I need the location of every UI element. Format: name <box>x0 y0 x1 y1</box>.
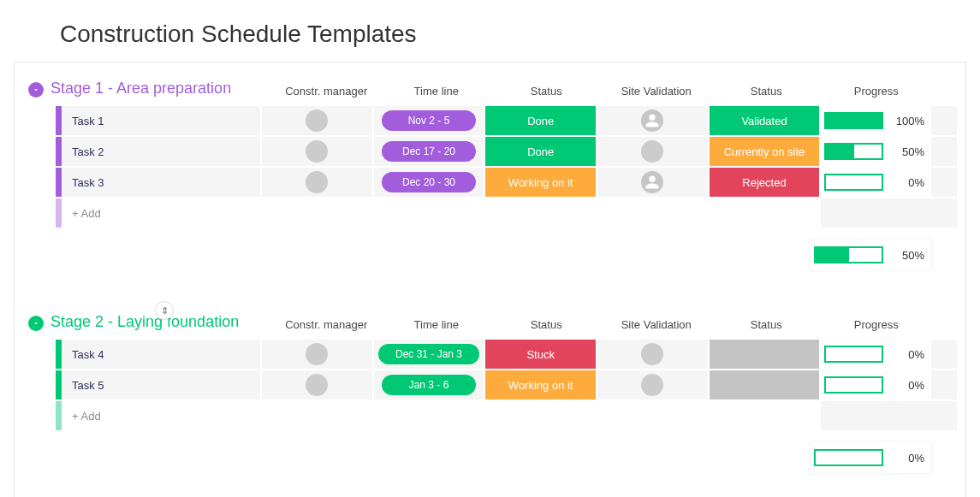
timeline-pill[interactable]: Dec 31 - Jan 3 <box>378 344 479 364</box>
task-name[interactable]: Task 5 <box>62 370 260 399</box>
avatar[interactable] <box>641 343 663 365</box>
status-badge[interactable]: Stuck <box>485 340 596 369</box>
table-row[interactable]: Task 4 Dec 31 - Jan 3 Stuck 0% <box>56 340 957 369</box>
drag-handle-icon[interactable]: ⇕ <box>155 301 174 320</box>
table-row[interactable]: Task 1 Nov 2 - 5 Done Validated 100% <box>56 106 957 135</box>
column-header-site-validation[interactable]: Site Validation <box>602 318 712 331</box>
task-name[interactable]: Task 4 <box>62 340 260 369</box>
column-header-status[interactable]: Status <box>491 318 602 331</box>
cell-manager[interactable] <box>260 137 372 166</box>
avatar[interactable] <box>641 374 663 396</box>
group: Stage 1 - Area preparation Constr. manag… <box>15 80 965 270</box>
timeline-pill[interactable]: Dec 20 - 30 <box>382 172 476 192</box>
cell-site-validation[interactable] <box>596 168 708 197</box>
timeline-pill[interactable]: Jan 3 - 6 <box>382 375 476 395</box>
progress-value: 100% <box>890 115 924 127</box>
column-header-manager[interactable]: Constr. manager <box>271 318 382 331</box>
row-accent <box>56 137 62 166</box>
progress-bar[interactable] <box>824 376 883 393</box>
timeline-pill[interactable]: Nov 2 - 5 <box>382 110 476 131</box>
cell-status[interactable]: Done <box>484 106 596 135</box>
cell-status2[interactable]: Currently on site <box>708 137 820 166</box>
status-badge[interactable] <box>710 370 820 399</box>
cell-timeline[interactable]: Nov 2 - 5 <box>372 106 484 135</box>
table-row[interactable]: Task 3 Dec 20 - 30 Working on it Rejecte… <box>56 168 957 197</box>
person-icon[interactable] <box>641 171 663 193</box>
cell-progress[interactable]: 50% <box>819 137 931 166</box>
cell-progress[interactable]: 0% <box>819 168 931 197</box>
cell-status[interactable]: Done <box>484 137 596 166</box>
column-header-status2[interactable]: Status <box>711 318 822 331</box>
progress-value: 0% <box>890 452 924 464</box>
column-header-progress[interactable]: Progress <box>822 318 932 331</box>
column-header-timeline[interactable]: Time line <box>382 85 492 98</box>
progress-bar[interactable] <box>824 143 883 160</box>
cell-progress[interactable]: 100% <box>819 106 931 135</box>
status-badge[interactable]: Working on it <box>485 168 596 197</box>
add-row[interactable]: + Add <box>56 401 957 430</box>
status-badge[interactable]: Rejected <box>710 168 820 197</box>
avatar[interactable] <box>306 140 328 163</box>
cell-site-validation[interactable] <box>596 340 708 369</box>
column-header-status[interactable]: Status <box>491 85 602 98</box>
collapse-icon[interactable] <box>28 316 44 331</box>
cell-progress[interactable]: 0% <box>819 370 931 399</box>
status-badge[interactable]: Validated <box>710 106 820 135</box>
column-header-status2[interactable]: Status <box>711 85 822 98</box>
avatar[interactable] <box>306 171 328 193</box>
status-badge[interactable]: Done <box>485 137 596 166</box>
cell-timeline[interactable]: Dec 31 - Jan 3 <box>372 340 484 369</box>
status-badge[interactable]: Working on it <box>485 370 596 399</box>
page-title: Construction Schedule Templates <box>0 0 980 62</box>
group-title[interactable]: Stage 1 - Area preparation <box>50 80 271 98</box>
cell-status2[interactable]: Validated <box>708 106 820 135</box>
cell-status2[interactable] <box>708 340 820 369</box>
status-badge[interactable]: Currently on site <box>710 137 820 166</box>
cell-timeline[interactable]: Dec 17 - 20 <box>372 137 484 166</box>
cell-manager[interactable] <box>260 168 372 197</box>
cell-timeline[interactable]: Jan 3 - 6 <box>372 370 484 399</box>
column-header-timeline[interactable]: Time line <box>382 318 492 331</box>
timeline-pill[interactable]: Dec 17 - 20 <box>382 141 476 162</box>
progress-value: 0% <box>890 379 924 392</box>
progress-bar[interactable] <box>824 174 883 191</box>
task-name[interactable]: Task 2 <box>62 137 260 166</box>
cell-timeline[interactable]: Dec 20 - 30 <box>372 168 484 197</box>
column-header-site-validation[interactable]: Site Validation <box>602 85 712 98</box>
cell-status[interactable]: Working on it <box>484 168 596 197</box>
cell-progress[interactable]: 0% <box>819 340 931 369</box>
task-name[interactable]: Task 3 <box>62 168 260 197</box>
cell-status2[interactable]: Rejected <box>708 168 820 197</box>
cell-status[interactable]: Stuck <box>484 340 596 369</box>
table-row[interactable]: Task 5 Jan 3 - 6 Working on it 0% <box>56 370 957 399</box>
avatar[interactable] <box>306 343 328 365</box>
column-header-progress[interactable]: Progress <box>822 85 932 98</box>
row-accent <box>56 401 62 430</box>
task-name[interactable]: Task 1 <box>62 106 260 135</box>
avatar[interactable] <box>306 109 328 132</box>
column-header-manager[interactable]: Constr. manager <box>271 85 382 98</box>
add-label[interactable]: + Add <box>62 198 260 228</box>
cell-status2[interactable] <box>708 370 820 399</box>
cell-site-validation[interactable] <box>596 106 708 135</box>
collapse-icon[interactable] <box>28 82 44 98</box>
cell-trailing <box>931 370 957 399</box>
row-accent <box>56 340 62 369</box>
status-badge[interactable] <box>710 340 820 369</box>
progress-bar[interactable] <box>824 112 883 129</box>
cell-manager[interactable] <box>260 370 372 399</box>
cell-site-validation[interactable] <box>596 137 708 166</box>
cell-manager[interactable] <box>260 340 372 369</box>
status-badge[interactable]: Done <box>485 106 596 135</box>
cell-status[interactable]: Working on it <box>484 370 596 399</box>
table-row[interactable]: Task 2 Dec 17 - 20 Done Currently on sit… <box>56 137 957 166</box>
avatar[interactable] <box>641 140 663 163</box>
add-label[interactable]: + Add <box>62 401 260 430</box>
person-icon[interactable] <box>641 109 663 132</box>
add-row[interactable]: + Add <box>56 198 957 228</box>
progress-bar <box>814 246 883 263</box>
progress-bar[interactable] <box>824 346 883 363</box>
cell-manager[interactable] <box>260 106 372 135</box>
avatar[interactable] <box>306 374 328 396</box>
cell-site-validation[interactable] <box>596 370 708 399</box>
